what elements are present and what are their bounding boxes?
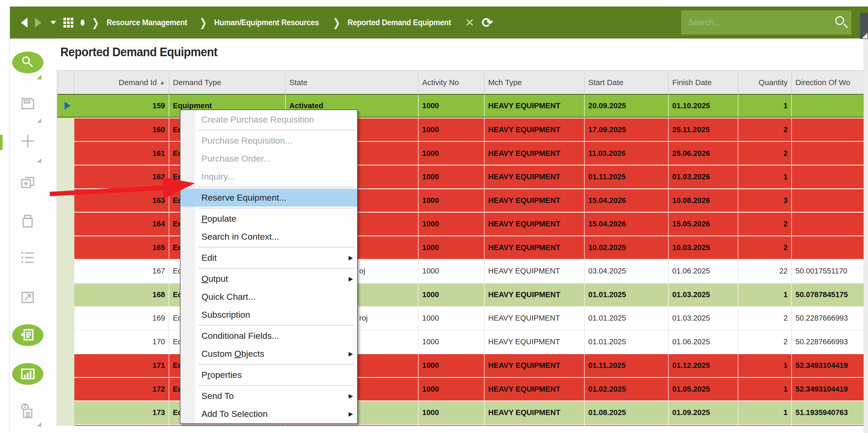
cell-activity[interactable]: 1000: [418, 94, 485, 117]
cell-dir[interactable]: [792, 189, 864, 212]
cell-qty[interactable]: 1: [738, 94, 792, 117]
column-header-finish[interactable]: Finish Date: [669, 71, 738, 94]
cell-mch[interactable]: HEAVY EQUIPMENT: [485, 165, 585, 189]
cell-start[interactable]: 20.09.2025: [585, 94, 669, 117]
column-header-start[interactable]: Start Date: [585, 71, 669, 94]
cell-gutter[interactable]: [57, 377, 74, 401]
menu-item-send-to[interactable]: Send To▶: [180, 387, 357, 405]
cell-qty[interactable]: 2: [738, 330, 792, 353]
cell-dir[interactable]: [792, 424, 864, 426]
table-row-173[interactable]: 173Equipment1000HEAVY EQUIPMENT01.08.202…: [57, 401, 864, 424]
cell-activity[interactable]: 1000: [418, 235, 485, 259]
table-row-167[interactable]: 167Equipmentoj1000HEAVY EQUIPMENT03.04.2…: [57, 259, 864, 283]
cell-finish[interactable]: 01.03.2026: [669, 165, 738, 189]
column-header-mch[interactable]: Mch Type: [485, 71, 585, 94]
cell-mch[interactable]: HEAVY EQUIPMENT: [485, 259, 585, 283]
cell-qty[interactable]: 1: [738, 353, 792, 377]
cell-finish[interactable]: 01.06.2025: [669, 259, 738, 283]
cell-finish[interactable]: 01.03.2025: [669, 283, 738, 306]
table-row-168[interactable]: 168Equipment1000HEAVY EQUIPMENT01.01.202…: [57, 283, 864, 306]
breadcrumb-item[interactable]: Resource Management: [106, 18, 187, 27]
sidebar-open-window-icon[interactable]: [19, 289, 36, 306]
cell-activity[interactable]: [418, 424, 485, 426]
cell-gutter[interactable]: [57, 165, 74, 189]
close-tab-icon[interactable]: ✕: [465, 17, 474, 28]
cell-dir[interactable]: 51.1935940763: [792, 401, 864, 424]
cell-id[interactable]: 173: [74, 401, 169, 424]
cell-dir[interactable]: [792, 118, 864, 141]
cell-activity[interactable]: 1000: [418, 118, 485, 141]
cell-type[interactable]: [169, 424, 286, 426]
cell-finish[interactable]: 15.05.2026: [669, 212, 738, 235]
cell-mch[interactable]: HEAVY EQUIPMENT: [485, 235, 585, 259]
cell-start[interactable]: 01.02.2025: [585, 377, 669, 401]
cell-id[interactable]: [74, 424, 169, 426]
cell-mch[interactable]: HEAVY EQUIPMENT: [485, 353, 585, 377]
cell-finish[interactable]: 10.03.2025: [669, 235, 738, 259]
cell-start[interactable]: 01.08.2025: [585, 401, 669, 424]
cell-activity[interactable]: 1000: [418, 141, 485, 165]
sidebar-bar-chart-icon[interactable]: [12, 363, 43, 385]
breadcrumb-item[interactable]: Reported Demand Equipment: [347, 18, 451, 27]
cell-qty[interactable]: 22: [738, 259, 792, 283]
table-row-171[interactable]: 171Equipment1000HEAVY EQUIPMENT01.11.202…: [57, 353, 864, 377]
cell-mch[interactable]: HEAVY EQUIPMENT: [485, 118, 585, 141]
cell-dir[interactable]: [792, 235, 864, 259]
cell-activity[interactable]: 1000: [418, 401, 485, 424]
table-row-165[interactable]: 165Equipment1000HEAVY EQUIPMENT10.02.202…: [57, 235, 864, 259]
cell-id[interactable]: 164: [74, 212, 169, 235]
cell-start[interactable]: 01.01.2025: [585, 330, 669, 353]
column-header-qty[interactable]: Quantity: [738, 71, 792, 94]
cell-mch[interactable]: HEAVY EQUIPMENT: [485, 189, 585, 212]
column-header-state[interactable]: State: [286, 71, 418, 94]
menu-item-purchase-order[interactable]: Purchase Order...: [180, 150, 357, 168]
cell-qty[interactable]: 2: [738, 212, 792, 235]
menu-item-inquiry[interactable]: Inquiry...: [180, 168, 357, 185]
cell-mch[interactable]: HEAVY EQUIPMENT: [485, 283, 585, 306]
cell-mch[interactable]: HEAVY EQUIPMENT: [485, 377, 585, 401]
sidebar-add-icon[interactable]: [19, 133, 36, 150]
history-caret-icon[interactable]: [51, 21, 56, 25]
cell-id[interactable]: 170: [74, 330, 169, 353]
cell-activity[interactable]: 1000: [418, 283, 485, 306]
back-icon[interactable]: [21, 18, 28, 28]
cell-gutter[interactable]: [57, 330, 74, 353]
menu-item-create-purchase-requisition[interactable]: Create Purchase Requisition: [180, 111, 357, 128]
cell-qty[interactable]: 1: [738, 377, 792, 401]
menu-item-purchase-requisition[interactable]: Purchase Requisition...: [180, 132, 357, 150]
cell-qty[interactable]: 2: [738, 306, 792, 330]
sidebar-delete-icon[interactable]: [19, 212, 36, 230]
table-row-169[interactable]: 169Equipmentroj1000HEAVY EQUIPMENT01.01.…: [57, 306, 864, 330]
cell-qty[interactable]: 1: [738, 165, 792, 189]
menu-item-custom-objects[interactable]: Custom Objects▶: [180, 345, 357, 363]
cell-gutter[interactable]: [57, 424, 74, 426]
cell-finish[interactable]: 01.12.2025: [669, 353, 738, 377]
column-header-gutter[interactable]: [57, 71, 74, 94]
cell-dir[interactable]: 50.2287666993: [792, 306, 864, 330]
cell-gutter[interactable]: [57, 94, 74, 117]
cell-gutter[interactable]: [57, 259, 74, 283]
cell-qty[interactable]: 1: [738, 283, 792, 306]
sidebar-save-icon[interactable]: [19, 95, 36, 112]
cell-mch[interactable]: HEAVY EQUIPMENT: [485, 94, 585, 117]
sidebar-list-icon[interactable]: [19, 249, 36, 266]
cell-gutter[interactable]: [57, 353, 74, 377]
refresh-icon[interactable]: ⟳: [482, 16, 493, 29]
table-row-164[interactable]: 164Equipment1000HEAVY EQUIPMENT15.04.202…: [57, 212, 864, 235]
cell-finish[interactable]: 01.10.2025: [669, 94, 738, 117]
menu-item-add-to-selection[interactable]: Add To Selection▶: [180, 405, 357, 423]
cell-start[interactable]: 03.04.2025: [585, 259, 669, 283]
cell-mch[interactable]: HEAVY EQUIPMENT: [485, 330, 585, 353]
cell-id[interactable]: 161: [74, 141, 169, 165]
dot-icon[interactable]: [81, 20, 85, 26]
table-row-161[interactable]: 161Equipment1000HEAVY EQUIPMENT11.03.202…: [57, 141, 864, 165]
cell-qty[interactable]: 2: [738, 118, 792, 141]
cell-finish[interactable]: [669, 424, 738, 426]
search-icon[interactable]: [835, 16, 844, 25]
menu-item-reserve-equipment[interactable]: Reserve Equipment...: [180, 189, 357, 207]
cell-start[interactable]: 01.01.2025: [585, 306, 669, 330]
cell-dir[interactable]: [792, 212, 864, 235]
cell-gutter[interactable]: [57, 306, 74, 330]
cell-qty[interactable]: 2: [738, 235, 792, 259]
cell-id[interactable]: 168: [74, 283, 169, 306]
